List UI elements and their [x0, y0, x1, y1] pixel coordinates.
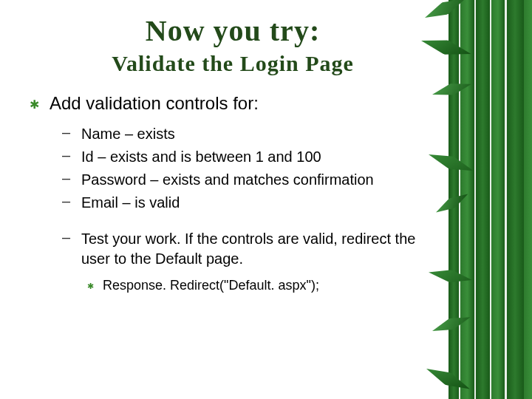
main-bullet: ✱ Add validation controls for:: [30, 93, 436, 114]
bamboo-decoration: [447, 0, 532, 399]
dash-icon: –: [62, 229, 72, 246]
list-item: – Id – exists and is between 1 and 100: [62, 147, 436, 167]
star-icon: ✱: [30, 98, 39, 112]
sub-list: – Name – exists – Id – exists and is bet…: [62, 124, 436, 213]
star-icon: ✱: [87, 282, 94, 291]
slide-content: Now you try: Validate the Login Page ✱ A…: [0, 15, 451, 293]
main-bullet-text: Add validation controls for:: [50, 93, 259, 114]
dash-icon: –: [62, 193, 72, 210]
list-item: – Email – is valid: [62, 193, 436, 213]
title-line-1: Now you try:: [30, 15, 436, 47]
dash-icon: –: [62, 124, 72, 141]
dash-icon: –: [62, 170, 72, 187]
sub-item-text: Id – exists and is between 1 and 100: [81, 147, 321, 167]
sub-item-text: Name – exists: [81, 124, 175, 144]
dash-icon: –: [62, 147, 72, 164]
list-item: – Test your work. If the controls are va…: [62, 229, 436, 269]
sub-item-text: Password – exists and matches confirmati…: [81, 170, 374, 190]
code-text: Response. Redirect("Default. aspx");: [103, 278, 319, 293]
slide-title: Now you try: Validate the Login Page: [30, 15, 436, 77]
sub-item-text: Email – is valid: [81, 193, 180, 213]
title-line-2: Validate the Login Page: [30, 50, 436, 77]
nested-item: ✱ Response. Redirect("Default. aspx");: [87, 278, 436, 293]
list-item: – Name – exists: [62, 124, 436, 144]
list-item: – Password – exists and matches confirma…: [62, 170, 436, 190]
follow-up-text: Test your work. If the controls are vali…: [81, 229, 436, 269]
follow-up-list: – Test your work. If the controls are va…: [62, 229, 436, 269]
